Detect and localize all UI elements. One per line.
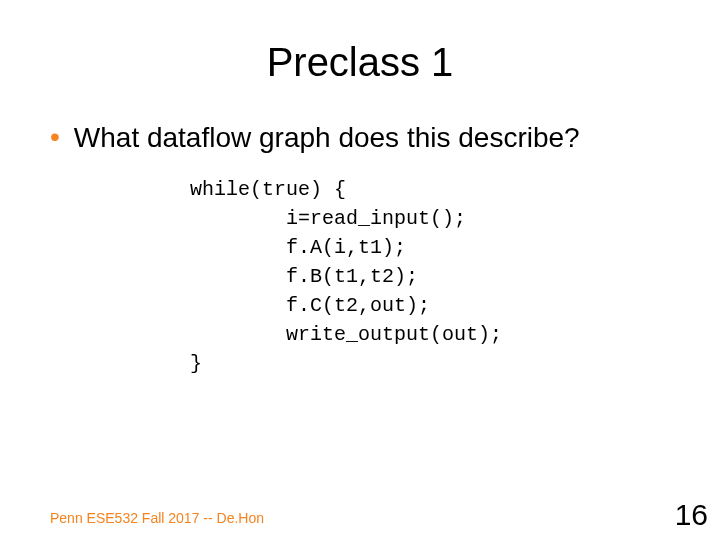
code-line: f.C(t2,out);	[190, 294, 430, 317]
bullet-text: What dataflow graph does this describe?	[74, 120, 580, 155]
bullet-icon: •	[50, 120, 60, 154]
code-line: f.A(i,t1);	[190, 236, 406, 259]
footer-text: Penn ESE532 Fall 2017 -- De.Hon	[50, 510, 264, 526]
code-line: while(true) {	[190, 178, 346, 201]
code-line: f.B(t1,t2);	[190, 265, 418, 288]
bullet-item: • What dataflow graph does this describe…	[50, 120, 670, 155]
page-number: 16	[675, 498, 708, 532]
code-line: i=read_input();	[190, 207, 466, 230]
slide: Preclass 1 • What dataflow graph does th…	[0, 0, 720, 540]
slide-title: Preclass 1	[50, 40, 670, 85]
code-line: write_output(out);	[190, 323, 502, 346]
code-line: }	[190, 352, 202, 375]
code-block: while(true) { i=read_input(); f.A(i,t1);…	[190, 175, 670, 378]
